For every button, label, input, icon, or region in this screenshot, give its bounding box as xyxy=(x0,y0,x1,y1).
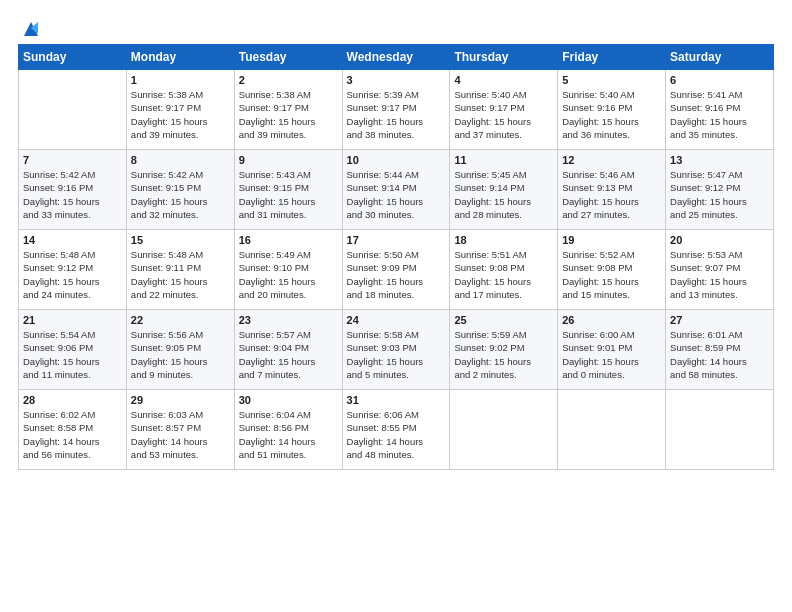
logo-text xyxy=(18,18,42,40)
day-number: 16 xyxy=(239,234,338,246)
calendar-cell: 8Sunrise: 5:42 AM Sunset: 9:15 PM Daylig… xyxy=(126,150,234,230)
day-info: Sunrise: 5:51 AM Sunset: 9:08 PM Dayligh… xyxy=(454,248,553,301)
calendar-week-row: 7Sunrise: 5:42 AM Sunset: 9:16 PM Daylig… xyxy=(19,150,774,230)
day-info: Sunrise: 5:38 AM Sunset: 9:17 PM Dayligh… xyxy=(239,88,338,141)
calendar-cell xyxy=(450,390,558,470)
day-info: Sunrise: 5:52 AM Sunset: 9:08 PM Dayligh… xyxy=(562,248,661,301)
day-number: 3 xyxy=(347,74,446,86)
day-info: Sunrise: 6:02 AM Sunset: 8:58 PM Dayligh… xyxy=(23,408,122,461)
day-number: 30 xyxy=(239,394,338,406)
calendar-cell: 7Sunrise: 5:42 AM Sunset: 9:16 PM Daylig… xyxy=(19,150,127,230)
day-info: Sunrise: 5:48 AM Sunset: 9:11 PM Dayligh… xyxy=(131,248,230,301)
calendar-week-row: 28Sunrise: 6:02 AM Sunset: 8:58 PM Dayli… xyxy=(19,390,774,470)
calendar-cell: 15Sunrise: 5:48 AM Sunset: 9:11 PM Dayli… xyxy=(126,230,234,310)
day-number: 20 xyxy=(670,234,769,246)
calendar-cell: 25Sunrise: 5:59 AM Sunset: 9:02 PM Dayli… xyxy=(450,310,558,390)
calendar-cell: 11Sunrise: 5:45 AM Sunset: 9:14 PM Dayli… xyxy=(450,150,558,230)
day-number: 7 xyxy=(23,154,122,166)
day-number: 6 xyxy=(670,74,769,86)
calendar-cell: 13Sunrise: 5:47 AM Sunset: 9:12 PM Dayli… xyxy=(666,150,774,230)
day-number: 19 xyxy=(562,234,661,246)
calendar-cell: 6Sunrise: 5:41 AM Sunset: 9:16 PM Daylig… xyxy=(666,70,774,150)
day-info: Sunrise: 5:56 AM Sunset: 9:05 PM Dayligh… xyxy=(131,328,230,381)
day-number: 11 xyxy=(454,154,553,166)
calendar-cell: 4Sunrise: 5:40 AM Sunset: 9:17 PM Daylig… xyxy=(450,70,558,150)
day-info: Sunrise: 6:06 AM Sunset: 8:55 PM Dayligh… xyxy=(347,408,446,461)
day-number: 1 xyxy=(131,74,230,86)
calendar-cell: 21Sunrise: 5:54 AM Sunset: 9:06 PM Dayli… xyxy=(19,310,127,390)
day-number: 14 xyxy=(23,234,122,246)
day-info: Sunrise: 5:43 AM Sunset: 9:15 PM Dayligh… xyxy=(239,168,338,221)
calendar-cell: 17Sunrise: 5:50 AM Sunset: 9:09 PM Dayli… xyxy=(342,230,450,310)
day-info: Sunrise: 5:53 AM Sunset: 9:07 PM Dayligh… xyxy=(670,248,769,301)
day-number: 10 xyxy=(347,154,446,166)
day-number: 31 xyxy=(347,394,446,406)
day-number: 2 xyxy=(239,74,338,86)
day-info: Sunrise: 6:04 AM Sunset: 8:56 PM Dayligh… xyxy=(239,408,338,461)
day-info: Sunrise: 5:58 AM Sunset: 9:03 PM Dayligh… xyxy=(347,328,446,381)
column-header-thursday: Thursday xyxy=(450,45,558,70)
calendar-cell: 12Sunrise: 5:46 AM Sunset: 9:13 PM Dayli… xyxy=(558,150,666,230)
day-info: Sunrise: 5:42 AM Sunset: 9:15 PM Dayligh… xyxy=(131,168,230,221)
day-info: Sunrise: 6:01 AM Sunset: 8:59 PM Dayligh… xyxy=(670,328,769,381)
day-info: Sunrise: 5:40 AM Sunset: 9:16 PM Dayligh… xyxy=(562,88,661,141)
day-number: 9 xyxy=(239,154,338,166)
day-number: 8 xyxy=(131,154,230,166)
day-info: Sunrise: 5:48 AM Sunset: 9:12 PM Dayligh… xyxy=(23,248,122,301)
calendar-header-row: SundayMondayTuesdayWednesdayThursdayFrid… xyxy=(19,45,774,70)
page: SundayMondayTuesdayWednesdayThursdayFrid… xyxy=(0,0,792,612)
header xyxy=(18,18,774,38)
column-header-monday: Monday xyxy=(126,45,234,70)
calendar-cell: 24Sunrise: 5:58 AM Sunset: 9:03 PM Dayli… xyxy=(342,310,450,390)
calendar-cell: 26Sunrise: 6:00 AM Sunset: 9:01 PM Dayli… xyxy=(558,310,666,390)
calendar-cell: 3Sunrise: 5:39 AM Sunset: 9:17 PM Daylig… xyxy=(342,70,450,150)
calendar-cell: 2Sunrise: 5:38 AM Sunset: 9:17 PM Daylig… xyxy=(234,70,342,150)
calendar-cell: 22Sunrise: 5:56 AM Sunset: 9:05 PM Dayli… xyxy=(126,310,234,390)
day-number: 25 xyxy=(454,314,553,326)
column-header-friday: Friday xyxy=(558,45,666,70)
day-info: Sunrise: 5:57 AM Sunset: 9:04 PM Dayligh… xyxy=(239,328,338,381)
calendar-body: 1Sunrise: 5:38 AM Sunset: 9:17 PM Daylig… xyxy=(19,70,774,470)
column-header-sunday: Sunday xyxy=(19,45,127,70)
calendar-cell xyxy=(666,390,774,470)
column-header-tuesday: Tuesday xyxy=(234,45,342,70)
day-info: Sunrise: 6:00 AM Sunset: 9:01 PM Dayligh… xyxy=(562,328,661,381)
day-info: Sunrise: 5:38 AM Sunset: 9:17 PM Dayligh… xyxy=(131,88,230,141)
logo xyxy=(18,18,42,38)
day-info: Sunrise: 5:47 AM Sunset: 9:12 PM Dayligh… xyxy=(670,168,769,221)
day-number: 12 xyxy=(562,154,661,166)
calendar-week-row: 14Sunrise: 5:48 AM Sunset: 9:12 PM Dayli… xyxy=(19,230,774,310)
day-number: 15 xyxy=(131,234,230,246)
calendar-cell: 28Sunrise: 6:02 AM Sunset: 8:58 PM Dayli… xyxy=(19,390,127,470)
day-number: 21 xyxy=(23,314,122,326)
day-number: 27 xyxy=(670,314,769,326)
day-number: 24 xyxy=(347,314,446,326)
day-info: Sunrise: 5:44 AM Sunset: 9:14 PM Dayligh… xyxy=(347,168,446,221)
day-info: Sunrise: 6:03 AM Sunset: 8:57 PM Dayligh… xyxy=(131,408,230,461)
calendar-week-row: 21Sunrise: 5:54 AM Sunset: 9:06 PM Dayli… xyxy=(19,310,774,390)
calendar-cell: 30Sunrise: 6:04 AM Sunset: 8:56 PM Dayli… xyxy=(234,390,342,470)
calendar-cell: 19Sunrise: 5:52 AM Sunset: 9:08 PM Dayli… xyxy=(558,230,666,310)
day-number: 5 xyxy=(562,74,661,86)
calendar-cell: 1Sunrise: 5:38 AM Sunset: 9:17 PM Daylig… xyxy=(126,70,234,150)
calendar-cell: 20Sunrise: 5:53 AM Sunset: 9:07 PM Dayli… xyxy=(666,230,774,310)
day-info: Sunrise: 5:42 AM Sunset: 9:16 PM Dayligh… xyxy=(23,168,122,221)
day-number: 26 xyxy=(562,314,661,326)
column-header-wednesday: Wednesday xyxy=(342,45,450,70)
calendar-cell: 9Sunrise: 5:43 AM Sunset: 9:15 PM Daylig… xyxy=(234,150,342,230)
day-number: 22 xyxy=(131,314,230,326)
day-info: Sunrise: 5:45 AM Sunset: 9:14 PM Dayligh… xyxy=(454,168,553,221)
calendar-cell: 5Sunrise: 5:40 AM Sunset: 9:16 PM Daylig… xyxy=(558,70,666,150)
calendar-table: SundayMondayTuesdayWednesdayThursdayFrid… xyxy=(18,44,774,470)
calendar-cell: 27Sunrise: 6:01 AM Sunset: 8:59 PM Dayli… xyxy=(666,310,774,390)
calendar-cell xyxy=(558,390,666,470)
calendar-cell: 31Sunrise: 6:06 AM Sunset: 8:55 PM Dayli… xyxy=(342,390,450,470)
calendar-cell: 23Sunrise: 5:57 AM Sunset: 9:04 PM Dayli… xyxy=(234,310,342,390)
calendar-cell xyxy=(19,70,127,150)
day-number: 17 xyxy=(347,234,446,246)
calendar-cell: 10Sunrise: 5:44 AM Sunset: 9:14 PM Dayli… xyxy=(342,150,450,230)
day-number: 4 xyxy=(454,74,553,86)
day-info: Sunrise: 5:54 AM Sunset: 9:06 PM Dayligh… xyxy=(23,328,122,381)
day-info: Sunrise: 5:59 AM Sunset: 9:02 PM Dayligh… xyxy=(454,328,553,381)
day-number: 18 xyxy=(454,234,553,246)
